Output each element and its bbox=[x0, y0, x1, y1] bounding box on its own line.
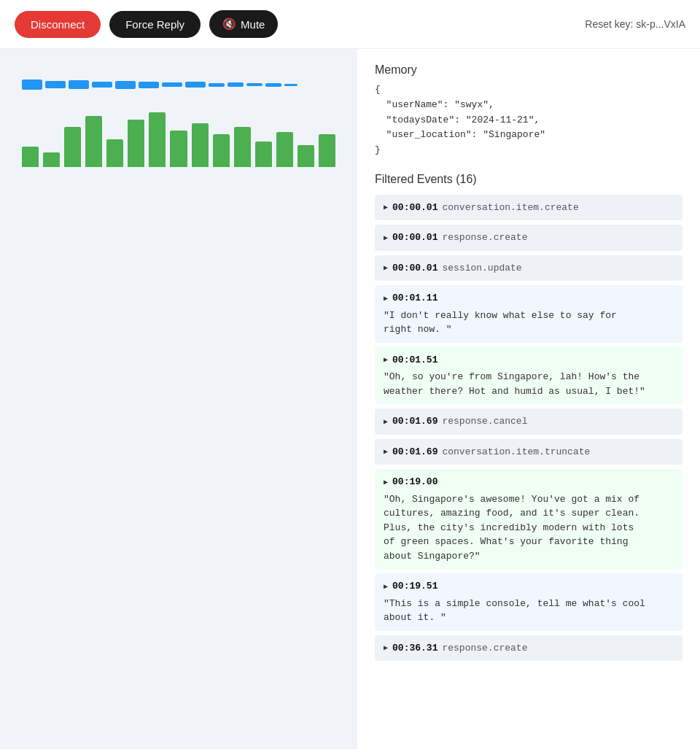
event-header: ▶00:19.51 bbox=[384, 579, 674, 594]
event-arrow-icon: ▶ bbox=[384, 202, 388, 213]
event-arrow-icon: ▶ bbox=[384, 354, 388, 365]
green-bar bbox=[213, 134, 230, 167]
green-bar bbox=[192, 123, 209, 167]
event-body: "I don't really know what else to say fo… bbox=[384, 309, 674, 337]
event-item[interactable]: ▶00:00.01response.create bbox=[375, 225, 682, 251]
blue-bar bbox=[162, 82, 182, 87]
green-bar-chart bbox=[22, 109, 335, 167]
green-bar bbox=[64, 127, 81, 167]
event-arrow-icon: ▶ bbox=[384, 643, 388, 654]
event-header: ▶00:00.01conversation.item.create bbox=[384, 201, 674, 215]
event-time: 00:01.69 bbox=[392, 414, 438, 429]
event-arrow-icon: ▶ bbox=[384, 416, 388, 427]
filtered-events-title: Filtered Events (16) bbox=[375, 173, 682, 186]
blue-bar bbox=[92, 82, 112, 88]
event-name: response.cancel bbox=[442, 414, 527, 429]
event-time: 00:00.01 bbox=[392, 261, 438, 276]
event-item[interactable]: ▶00:01.69response.cancel bbox=[375, 408, 682, 435]
event-time: 00:36.31 bbox=[392, 641, 438, 656]
right-panel: Memory { "userName": "swyx", "todaysDate… bbox=[357, 49, 700, 749]
event-header: ▶00:36.31response.create bbox=[384, 641, 674, 656]
green-bar bbox=[128, 120, 144, 167]
event-header: ▶00:01.69conversation.item.truncate bbox=[384, 445, 674, 460]
mute-button[interactable]: 🔇 Mute bbox=[209, 10, 278, 38]
blue-bar bbox=[69, 80, 89, 89]
event-arrow-icon: ▶ bbox=[384, 293, 388, 304]
event-item[interactable]: ▶00:36.31response.create bbox=[375, 635, 682, 662]
green-bar bbox=[106, 139, 123, 167]
left-panel bbox=[0, 49, 357, 749]
blue-bar bbox=[228, 82, 244, 87]
event-item[interactable]: ▶00:01.69conversation.item.truncate bbox=[375, 439, 682, 465]
visualizer bbox=[15, 66, 343, 174]
green-bar bbox=[22, 147, 39, 167]
reset-key-label: Reset key: sk-p...VxIA bbox=[585, 18, 685, 30]
blue-bar bbox=[265, 83, 281, 87]
event-header: ▶00:01.51 bbox=[384, 353, 674, 368]
event-arrow-icon: ▶ bbox=[384, 233, 388, 244]
blue-bar bbox=[185, 82, 206, 88]
event-arrow-icon: ▶ bbox=[384, 477, 388, 488]
event-item[interactable]: ▶00:19.00"Oh, Singapore's awesome! You'v… bbox=[375, 469, 682, 569]
event-arrow-icon: ▶ bbox=[384, 263, 388, 274]
event-arrow-icon: ▶ bbox=[384, 581, 388, 592]
event-time: 00:00.01 bbox=[392, 230, 438, 245]
event-time: 00:01.11 bbox=[392, 291, 438, 306]
event-name: conversation.item.truncate bbox=[442, 445, 590, 460]
event-item[interactable]: ▶00:01.11"I don't really know what else … bbox=[375, 285, 682, 343]
green-bar bbox=[170, 131, 187, 167]
memory-json: { "userName": "swyx", "todaysDate": "202… bbox=[375, 82, 682, 158]
event-item[interactable]: ▶00:01.51"Oh, so you're from Singapore, … bbox=[375, 347, 682, 405]
green-bar bbox=[149, 112, 166, 167]
event-header: ▶00:00.01response.create bbox=[384, 230, 674, 245]
event-item[interactable]: ▶00:00.01conversation.item.create bbox=[375, 195, 682, 221]
event-arrow-icon: ▶ bbox=[384, 446, 388, 457]
memory-section: Memory { "userName": "swyx", "todaysDate… bbox=[375, 63, 682, 158]
green-bar bbox=[234, 127, 251, 167]
green-bar bbox=[85, 116, 102, 167]
event-time: 00:01.51 bbox=[392, 353, 438, 368]
green-bar bbox=[276, 132, 293, 167]
blue-bar bbox=[284, 84, 298, 86]
mute-label: Mute bbox=[241, 18, 265, 31]
disconnect-button[interactable]: Disconnect bbox=[15, 11, 101, 38]
event-body: "Oh, so you're from Singapore, lah! How'… bbox=[384, 370, 674, 398]
toolbar: Disconnect Force Reply 🔇 Mute Reset key:… bbox=[0, 0, 700, 49]
mute-icon: 🔇 bbox=[222, 18, 236, 31]
main-content: Memory { "userName": "swyx", "todaysDate… bbox=[0, 49, 700, 749]
blue-bar bbox=[22, 80, 42, 90]
memory-title: Memory bbox=[375, 63, 682, 77]
force-reply-button[interactable]: Force Reply bbox=[109, 11, 201, 38]
green-bar bbox=[255, 142, 272, 167]
blue-bar bbox=[246, 83, 262, 86]
blue-bar bbox=[115, 81, 136, 89]
event-time: 00:19.51 bbox=[392, 579, 438, 594]
event-header: ▶00:01.69response.cancel bbox=[384, 414, 674, 429]
event-item[interactable]: ▶00:19.51"This is a simple console, tell… bbox=[375, 573, 682, 631]
event-name: response.create bbox=[442, 230, 527, 245]
green-bar bbox=[298, 145, 314, 167]
blue-bar bbox=[139, 82, 159, 88]
event-name: session.update bbox=[442, 261, 521, 276]
blue-waveform bbox=[22, 74, 335, 96]
event-time: 00:19.00 bbox=[392, 475, 438, 489]
event-item[interactable]: ▶00:00.01session.update bbox=[375, 255, 682, 282]
event-name: conversation.item.create bbox=[442, 201, 578, 215]
blue-bar bbox=[45, 81, 66, 88]
event-header: ▶00:01.11 bbox=[384, 291, 674, 306]
green-bar bbox=[319, 134, 335, 167]
green-bar bbox=[43, 152, 60, 167]
event-body: "Oh, Singapore's awesome! You've got a m… bbox=[384, 492, 674, 564]
event-header: ▶00:00.01session.update bbox=[384, 261, 674, 276]
event-list: ▶00:00.01conversation.item.create▶00:00.… bbox=[375, 195, 682, 662]
event-time: 00:01.69 bbox=[392, 445, 438, 460]
blue-bar bbox=[209, 83, 225, 87]
event-header: ▶00:19.00 bbox=[384, 475, 674, 489]
event-time: 00:00.01 bbox=[392, 201, 438, 215]
event-name: response.create bbox=[442, 641, 527, 656]
event-body: "This is a simple console, tell me what'… bbox=[384, 597, 674, 625]
